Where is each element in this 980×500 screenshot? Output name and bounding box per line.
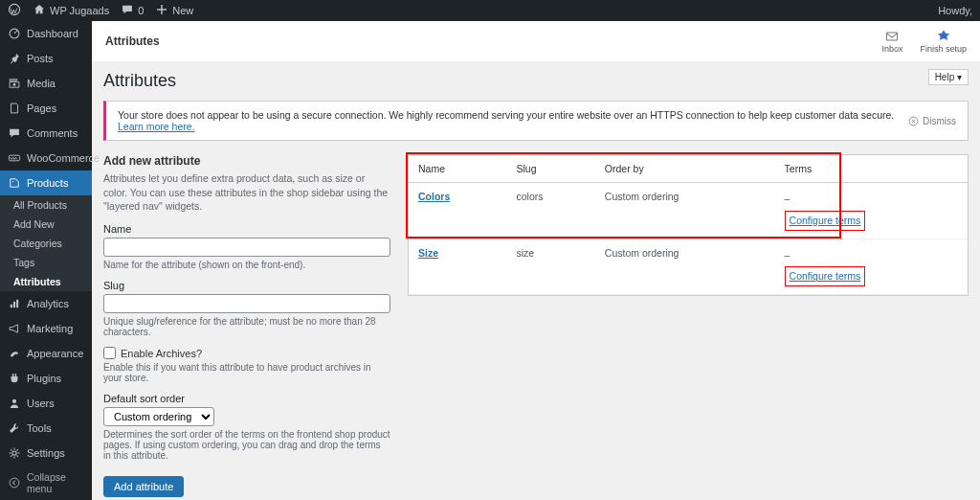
attr-slug: size — [506, 239, 594, 295]
menu-woocommerce[interactable]: WooCommerce — [0, 146, 92, 170]
svg-point-4 — [12, 181, 13, 182]
header-bar: Attributes Inbox Finish setup — [92, 21, 980, 61]
wp-logo[interactable] — [8, 3, 21, 18]
marketing-icon — [8, 322, 21, 335]
sub-attributes[interactable]: Attributes — [0, 272, 92, 291]
attributes-table: Name Slug Order by Terms Colors colors C… — [409, 155, 968, 295]
attr-name-link[interactable]: Size — [418, 247, 438, 259]
menu-products[interactable]: Products — [0, 170, 92, 195]
add-attribute-button[interactable]: Add attribute — [103, 476, 184, 497]
admin-sidebar: Dashboard Posts Media Pages Comments Woo… — [0, 21, 92, 500]
users-icon — [8, 397, 21, 410]
th-terms[interactable]: Terms — [775, 155, 968, 183]
settings-icon — [8, 446, 21, 460]
slug-help: Unique slug/reference for the attribute;… — [103, 316, 390, 337]
page-icon — [8, 102, 21, 115]
howdy-link[interactable]: Howdy, — [938, 5, 972, 16]
menu-analytics[interactable]: Analytics — [0, 291, 92, 316]
menu-media[interactable]: Media — [0, 71, 92, 96]
attr-terms: – — [785, 193, 791, 204]
menu-tools[interactable]: Tools — [0, 416, 92, 441]
th-name[interactable]: Name — [409, 155, 506, 183]
sub-all-products[interactable]: All Products — [0, 195, 92, 215]
howdy-text: Howdy, — [938, 5, 972, 16]
menu-settings[interactable]: Settings — [0, 441, 92, 466]
th-order-by[interactable]: Order by — [595, 155, 775, 183]
add-attribute-form: Add new attribute Attributes let you def… — [103, 154, 390, 497]
form-heading: Add new attribute — [103, 154, 390, 168]
svg-rect-5 — [11, 305, 12, 308]
slug-label: Slug — [103, 280, 390, 291]
menu-appearance[interactable]: Appearance — [0, 341, 92, 366]
form-intro: Attributes let you define extra product … — [103, 171, 390, 214]
menu-plugins[interactable]: Plugins — [0, 366, 92, 391]
configure-terms-link[interactable]: Configure terms — [790, 215, 861, 226]
attr-order: Custom ordering — [595, 239, 775, 295]
products-icon — [8, 176, 21, 190]
appearance-icon — [8, 347, 21, 360]
finish-setup-button[interactable]: Finish setup — [920, 29, 967, 54]
pin-icon — [8, 52, 21, 65]
menu-users[interactable]: Users — [0, 391, 92, 416]
learn-more-link[interactable]: Learn more here. — [118, 121, 195, 132]
svg-point-2 — [13, 83, 16, 86]
menu-posts[interactable]: Posts — [0, 46, 92, 71]
help-tab[interactable]: Help ▾ — [928, 69, 969, 85]
archives-label: Enable Archives? — [121, 348, 202, 359]
inbox-button[interactable]: Inbox — [881, 29, 902, 54]
menu-comments[interactable]: Comments — [0, 121, 92, 146]
attributes-table-wrap: Name Slug Order by Terms Colors colors C… — [408, 154, 969, 296]
https-notice: Your store does not appear to be using a… — [103, 101, 969, 141]
sort-label: Default sort order — [103, 393, 390, 404]
sub-tags[interactable]: Tags — [0, 253, 92, 272]
svg-point-9 — [12, 451, 16, 455]
new-label: New — [172, 5, 193, 16]
woocommerce-icon — [8, 151, 21, 165]
configure-terms-link[interactable]: Configure terms — [790, 270, 861, 282]
name-help: Name for the attribute (shown on the fro… — [103, 260, 390, 270]
sort-help: Determines the sort order of the terms o… — [103, 429, 390, 461]
menu-marketing[interactable]: Marketing — [0, 316, 92, 341]
site-link[interactable]: WP Jugaads — [33, 3, 109, 18]
site-name: WP Jugaads — [50, 5, 109, 16]
collapse-menu[interactable]: Collapse menu — [0, 466, 92, 500]
new-link[interactable]: New — [155, 3, 193, 18]
sort-select[interactable]: Custom ordering — [103, 407, 214, 426]
sub-add-new[interactable]: Add New — [0, 215, 92, 234]
comment-icon — [8, 126, 21, 140]
content-area: Attributes Inbox Finish setup Help ▾ Att… — [92, 21, 980, 500]
comment-count: 0 — [138, 5, 144, 16]
attr-terms: – — [785, 249, 791, 261]
name-label: Name — [103, 223, 390, 235]
products-submenu: All Products Add New Categories Tags Att… — [0, 195, 92, 291]
menu-pages[interactable]: Pages — [0, 96, 92, 121]
archives-checkbox[interactable] — [103, 347, 116, 359]
slug-input[interactable] — [103, 294, 390, 313]
dashboard-icon — [8, 27, 21, 40]
sub-categories[interactable]: Categories — [0, 234, 92, 253]
header-title: Attributes — [105, 34, 160, 48]
analytics-icon — [8, 297, 21, 310]
svg-point-8 — [12, 399, 16, 403]
name-input[interactable] — [103, 238, 390, 257]
dismiss-button[interactable]: Dismiss — [908, 116, 956, 126]
media-icon — [8, 77, 21, 90]
svg-rect-6 — [13, 302, 15, 307]
th-slug[interactable]: Slug — [506, 155, 594, 183]
archives-help: Enable this if you want this attribute t… — [103, 362, 390, 383]
attr-order: Custom ordering — [595, 183, 775, 239]
menu-dashboard[interactable]: Dashboard — [0, 21, 92, 46]
attr-slug: colors — [506, 183, 594, 239]
comments-link[interactable]: 0 — [121, 3, 144, 18]
attr-name-link[interactable]: Colors — [418, 191, 450, 202]
table-row: Size size Custom ordering –Configure ter… — [409, 239, 968, 295]
svg-rect-11 — [887, 33, 898, 40]
table-row: Colors colors Custom ordering –Configure… — [409, 183, 968, 239]
tools-icon — [8, 421, 21, 435]
notice-text: Your store does not appear to be using a… — [118, 109, 908, 132]
svg-rect-7 — [16, 300, 18, 307]
svg-point-10 — [10, 478, 19, 488]
admin-topbar: WP Jugaads 0 New Howdy, — [0, 0, 980, 21]
plugins-icon — [8, 372, 21, 385]
page-title: Attributes — [103, 71, 969, 91]
